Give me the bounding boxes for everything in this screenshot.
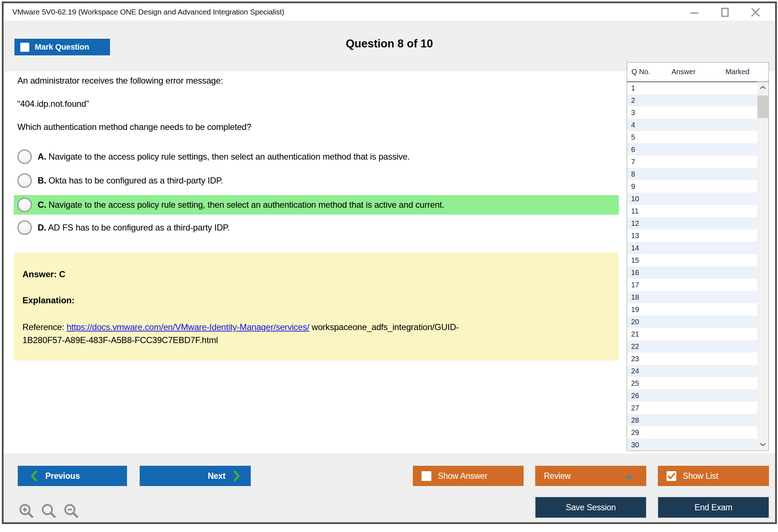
option-a[interactable]: A. Navigate to the access policy rule se… bbox=[14, 147, 619, 166]
show-answer-button[interactable]: Show Answer bbox=[413, 466, 524, 486]
question-number: 1 bbox=[631, 84, 635, 92]
question-number: 27 bbox=[631, 404, 639, 412]
question-row[interactable]: 28 bbox=[627, 414, 757, 426]
question-row[interactable]: 6 bbox=[627, 143, 757, 156]
reference-line2: 1B280F57-A89E-483F-A5B8-FCC39C7EBD7F.htm… bbox=[22, 335, 218, 345]
show-list-button[interactable]: Show List bbox=[658, 466, 769, 486]
option-text: D. AD FS has to be configured as a third… bbox=[38, 223, 230, 233]
question-row[interactable]: 1 bbox=[627, 82, 757, 94]
reference-after-link: workspaceone_adfs_integration/GUID- bbox=[309, 322, 459, 332]
question-number: 5 bbox=[631, 133, 635, 142]
question-row[interactable]: 19 bbox=[627, 303, 757, 316]
question-row[interactable]: 25 bbox=[627, 377, 757, 389]
question-row[interactable]: 14 bbox=[627, 242, 757, 254]
scroll-up-icon[interactable] bbox=[757, 82, 768, 93]
question-row[interactable]: 20 bbox=[627, 316, 757, 328]
question-number: 11 bbox=[631, 207, 639, 215]
question-number: 17 bbox=[631, 281, 639, 289]
radio-button[interactable] bbox=[17, 149, 32, 164]
close-button[interactable] bbox=[750, 7, 761, 18]
window-title: VMware 5V0-62.19 (Workspace ONE Design a… bbox=[12, 8, 284, 16]
question-row[interactable]: 12 bbox=[627, 217, 757, 229]
question-number: 29 bbox=[631, 428, 639, 437]
question-number: 28 bbox=[631, 416, 639, 425]
option-b[interactable]: B. Okta has to be configured as a third-… bbox=[14, 171, 619, 190]
chevron-left-icon bbox=[31, 470, 37, 481]
zoom-in-icon[interactable] bbox=[18, 503, 35, 519]
question-row[interactable]: 18 bbox=[627, 291, 757, 303]
radio-button[interactable] bbox=[17, 173, 32, 188]
question-row[interactable]: 11 bbox=[627, 205, 757, 217]
question-row[interactable]: 23 bbox=[627, 352, 757, 365]
question-line-1: An administrator receives the following … bbox=[17, 76, 223, 86]
question-row[interactable]: 9 bbox=[627, 180, 757, 193]
question-line-2: “404.idp.not.found” bbox=[17, 99, 89, 109]
option-text: A. Navigate to the access policy rule se… bbox=[38, 152, 410, 162]
title-bar: VMware 5V0-62.19 (Workspace ONE Design a… bbox=[4, 3, 775, 21]
question-number: 14 bbox=[631, 244, 639, 252]
minimize-button[interactable] bbox=[690, 7, 699, 18]
zoom-out-icon[interactable] bbox=[63, 503, 80, 519]
previous-button[interactable]: Previous bbox=[18, 466, 127, 486]
review-button[interactable]: Review bbox=[535, 466, 646, 486]
question-row[interactable]: 27 bbox=[627, 402, 757, 414]
question-row[interactable]: 24 bbox=[627, 365, 757, 377]
reference-link[interactable]: https://docs.vmware.com/en/VMware-Identi… bbox=[67, 322, 309, 332]
question-row[interactable]: 3 bbox=[627, 106, 757, 119]
question-row[interactable]: 4 bbox=[627, 119, 757, 131]
show-list-checkbox-checked[interactable] bbox=[667, 471, 676, 481]
option-letter: A. bbox=[38, 152, 46, 161]
end-exam-label: End Exam bbox=[694, 503, 732, 512]
scroll-thumb[interactable] bbox=[757, 96, 768, 118]
question-row[interactable]: 21 bbox=[627, 328, 757, 340]
question-row[interactable]: 2 bbox=[627, 94, 757, 106]
question-number: 26 bbox=[631, 392, 639, 400]
magnifier-icon[interactable] bbox=[41, 503, 57, 519]
show-answer-checkbox[interactable] bbox=[422, 471, 431, 481]
scroll-down-icon[interactable] bbox=[757, 439, 768, 450]
question-row[interactable]: 5 bbox=[627, 131, 757, 143]
question-list-scrollbar[interactable] bbox=[757, 82, 768, 450]
question-row[interactable]: 26 bbox=[627, 389, 757, 402]
question-row[interactable]: 15 bbox=[627, 254, 757, 266]
question-number: 7 bbox=[631, 158, 635, 166]
radio-button[interactable] bbox=[17, 198, 32, 212]
reference-text: Reference: https://docs.vmware.com/en/VM… bbox=[22, 321, 610, 347]
option-d[interactable]: D. AD FS has to be configured as a third… bbox=[14, 218, 619, 237]
save-session-button[interactable]: Save Session bbox=[535, 497, 646, 518]
show-answer-label: Show Answer bbox=[438, 471, 487, 481]
option-c[interactable]: C. Navigate to the access policy rule se… bbox=[14, 195, 619, 215]
question-number: 23 bbox=[631, 355, 639, 363]
question-row[interactable]: 30 bbox=[627, 439, 757, 450]
review-label: Review bbox=[544, 471, 571, 481]
question-number: 30 bbox=[631, 441, 639, 449]
question-row[interactable]: 7 bbox=[627, 156, 757, 168]
question-row[interactable]: 16 bbox=[627, 266, 757, 279]
question-row[interactable]: 22 bbox=[627, 340, 757, 352]
question-row[interactable]: 13 bbox=[627, 229, 757, 242]
next-button[interactable]: Next bbox=[140, 466, 251, 486]
question-number: 16 bbox=[631, 269, 639, 277]
maximize-button[interactable] bbox=[720, 7, 730, 18]
question-number: 9 bbox=[631, 182, 635, 191]
question-row[interactable]: 10 bbox=[627, 193, 757, 205]
question-row[interactable]: 29 bbox=[627, 426, 757, 439]
question-counter: Question 8 of 10 bbox=[4, 37, 775, 50]
question-list-rows: 1234567891011121314151617181920212223242… bbox=[627, 82, 757, 450]
question-number: 21 bbox=[631, 330, 639, 338]
question-number: 19 bbox=[631, 305, 639, 314]
question-list-header: Q No. Answer Marked bbox=[627, 63, 769, 82]
question-number: 3 bbox=[631, 109, 635, 117]
triangle-up-icon bbox=[625, 474, 634, 479]
question-number: 25 bbox=[631, 379, 639, 388]
show-list-label: Show List bbox=[683, 471, 718, 481]
question-number: 13 bbox=[631, 232, 639, 240]
next-label: Next bbox=[208, 471, 225, 481]
question-number: 8 bbox=[631, 170, 635, 178]
question-row[interactable]: 17 bbox=[627, 279, 757, 291]
question-row[interactable]: 8 bbox=[627, 168, 757, 180]
end-exam-button[interactable]: End Exam bbox=[658, 497, 769, 518]
reference-prefix: Reference: bbox=[22, 322, 67, 332]
radio-button[interactable] bbox=[17, 220, 32, 235]
question-number: 18 bbox=[631, 293, 639, 301]
